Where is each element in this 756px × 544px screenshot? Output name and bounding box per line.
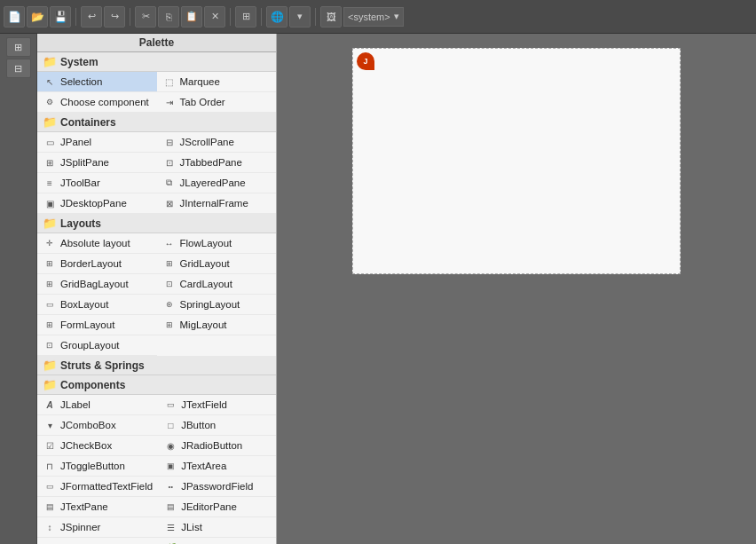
item-jtextpane[interactable]: ▤ JTextPane xyxy=(37,497,158,517)
item-jtree[interactable]: 🌿 JTree xyxy=(158,538,276,544)
item-jtoolbar-label: JToolBar xyxy=(60,177,100,188)
file-button[interactable]: 📄 xyxy=(4,6,25,28)
redo-button[interactable]: ↪ xyxy=(104,6,125,28)
section-components[interactable]: 📁 Components xyxy=(37,375,276,395)
save-button[interactable]: 💾 xyxy=(50,6,71,28)
system-combo[interactable]: <system> ▾ xyxy=(343,7,404,27)
item-jtable[interactable]: ⊞ JTable xyxy=(37,538,158,544)
palette-panel: Palette 📁 System ↖ Selection ⬚ Marquee ⚙… xyxy=(37,34,277,544)
item-jtabbedpane-label: JTabbedPane xyxy=(180,157,242,168)
item-grouplayout-label: GroupLayout xyxy=(60,340,120,351)
textarea-icon: ▣ xyxy=(163,459,177,473)
gridlayout-icon: ⊞ xyxy=(162,256,177,271)
section-struts[interactable]: 📁 Struts & Springs xyxy=(37,356,276,375)
item-jinternalframe[interactable]: ⊠ JInternalFrame xyxy=(157,193,277,214)
item-jinternalframe-label: JInternalFrame xyxy=(180,198,248,209)
item-jtogglebutton[interactable]: ⊓ JToggleButton xyxy=(37,456,158,477)
item-jbutton-label: JButton xyxy=(181,420,216,430)
panel-icon: ▭ xyxy=(43,135,57,149)
item-jscrollpane[interactable]: ⊟ JScrollPane xyxy=(157,132,277,153)
item-jradiobutton[interactable]: ◉ JRadioButton xyxy=(158,436,276,456)
desktoppane-icon: ▣ xyxy=(43,196,57,210)
section-containers[interactable]: 📁 Containers xyxy=(37,113,276,132)
item-jdesktoppane-label: JDesktopPane xyxy=(60,198,127,209)
delete-button[interactable]: ✕ xyxy=(204,6,225,28)
box-icon: ▭ xyxy=(43,297,57,311)
grid-button[interactable]: ⊞ xyxy=(235,6,256,28)
item-jbutton[interactable]: □ JButton xyxy=(158,415,276,436)
expand-icon: ⊞ xyxy=(14,42,22,53)
item-absolute-label: Absolute layout xyxy=(60,238,130,248)
item-gridbaglayout[interactable]: ⊞ GridBagLayout xyxy=(37,274,157,295)
item-jradiobutton-label: JRadioButton xyxy=(181,440,242,451)
item-jlabel[interactable]: A JLabel xyxy=(37,395,158,415)
item-formlayout[interactable]: ⊞ FormLayout xyxy=(37,315,157,335)
item-jpanel[interactable]: ▭ JPanel xyxy=(37,132,157,153)
cut-button[interactable]: ✂ xyxy=(135,6,156,28)
item-jtextarea[interactable]: ▣ JTextArea xyxy=(158,456,276,477)
button-icon: □ xyxy=(163,418,177,432)
left-btn2[interactable]: ⊟ xyxy=(6,59,31,78)
item-jlist-label: JList xyxy=(181,522,202,532)
item-jeditorpane-label: JEditorPane xyxy=(181,501,237,512)
section-system[interactable]: 📁 System xyxy=(37,52,276,72)
item-tab-order[interactable]: ⇥ Tab Order xyxy=(157,92,277,113)
item-absolute[interactable]: ✛ Absolute layout xyxy=(37,233,157,254)
item-jcombobox[interactable]: ▾ JComboBox xyxy=(37,415,158,436)
item-jlayeredpane-label: JLayeredPane xyxy=(180,177,246,188)
item-jtoolbar[interactable]: ≡ JToolBar xyxy=(37,173,157,193)
cursor-icon: ↖ xyxy=(43,75,57,89)
item-miglayout[interactable]: ⊞ MigLayout xyxy=(157,315,277,335)
copy-button[interactable]: ⎘ xyxy=(158,6,179,28)
choose-icon: ⚙ xyxy=(43,95,57,109)
item-choose-component[interactable]: ⚙ Choose component xyxy=(37,92,157,113)
item-jtextpane-label: JTextPane xyxy=(60,501,108,512)
item-jpasswordfield[interactable]: •• JPasswordField xyxy=(158,477,276,497)
textpane-icon: ▤ xyxy=(43,500,57,514)
item-jcheckbox[interactable]: ☑ JCheckBox xyxy=(37,436,158,456)
item-jlist[interactable]: ☰ JList xyxy=(158,517,276,538)
item-jtabbedpane[interactable]: ⊡ JTabbedPane xyxy=(157,153,277,173)
section-layouts[interactable]: 📁 Layouts xyxy=(37,214,276,233)
table-icon: ⊞ xyxy=(43,540,57,544)
folder-icon: 📁 xyxy=(43,55,57,68)
item-jtextfield[interactable]: ▭ JTextField xyxy=(158,395,276,415)
item-jlayeredpane[interactable]: ⧉ JLayeredPane xyxy=(157,173,277,193)
section-system-label: System xyxy=(60,56,98,68)
sep2 xyxy=(130,8,130,26)
system-grid: ↖ Selection ⬚ Marquee ⚙ Choose component… xyxy=(37,72,276,113)
left-btn1[interactable]: ⊞ xyxy=(6,37,31,57)
web-button[interactable]: 🌐 xyxy=(266,6,287,28)
item-boxlayout[interactable]: ▭ BoxLayout xyxy=(37,295,157,315)
item-cardlayout[interactable]: ⊡ CardLayout xyxy=(157,274,277,295)
toggle-icon: ⊓ xyxy=(43,459,57,473)
item-gridlayout[interactable]: ⊞ GridLayout xyxy=(157,254,277,274)
item-jdesktoppane[interactable]: ▣ JDesktopPane xyxy=(37,193,157,214)
item-grouplayout[interactable]: ⊡ GroupLayout xyxy=(37,335,157,356)
item-selection[interactable]: ↖ Selection xyxy=(37,72,157,92)
item-springlayout[interactable]: ⊛ SpringLayout xyxy=(157,295,277,315)
open-button[interactable]: 📂 xyxy=(27,6,48,28)
item-jsplitpane[interactable]: ⊞ JSplitPane xyxy=(37,153,157,173)
arrow-down-button[interactable]: ▾ xyxy=(289,6,311,28)
image-button[interactable]: 🖼 xyxy=(320,6,342,28)
item-jspinner[interactable]: ↕ JSpinner xyxy=(37,517,158,538)
item-boxlayout-label: BoxLayout xyxy=(60,299,108,310)
item-jtextarea-label: JTextArea xyxy=(181,461,226,471)
item-jtogglebutton-label: JToggleButton xyxy=(60,461,125,471)
sep1 xyxy=(75,8,76,26)
item-flowlayout[interactable]: ↔ FlowLayout xyxy=(157,233,277,254)
password-icon: •• xyxy=(163,479,177,493)
design-canvas[interactable]: J xyxy=(352,48,681,274)
spring-icon: ⊛ xyxy=(162,297,177,311)
checkbox-icon: ☑ xyxy=(43,438,57,453)
undo-button[interactable]: ↩ xyxy=(81,6,102,28)
paste-button[interactable]: 📋 xyxy=(181,6,202,28)
formatted-icon: ▭ xyxy=(43,479,57,493)
folder-struts-icon: 📁 xyxy=(43,359,57,372)
absolute-icon: ✛ xyxy=(43,236,57,250)
item-borderlayout[interactable]: ⊞ BorderLayout xyxy=(37,254,157,274)
item-jeditorpane[interactable]: ▤ JEditorPane xyxy=(158,497,276,517)
item-marquee[interactable]: ⬚ Marquee xyxy=(157,72,277,92)
item-jformattedtextfield[interactable]: ▭ JFormattedTextField xyxy=(37,477,158,497)
